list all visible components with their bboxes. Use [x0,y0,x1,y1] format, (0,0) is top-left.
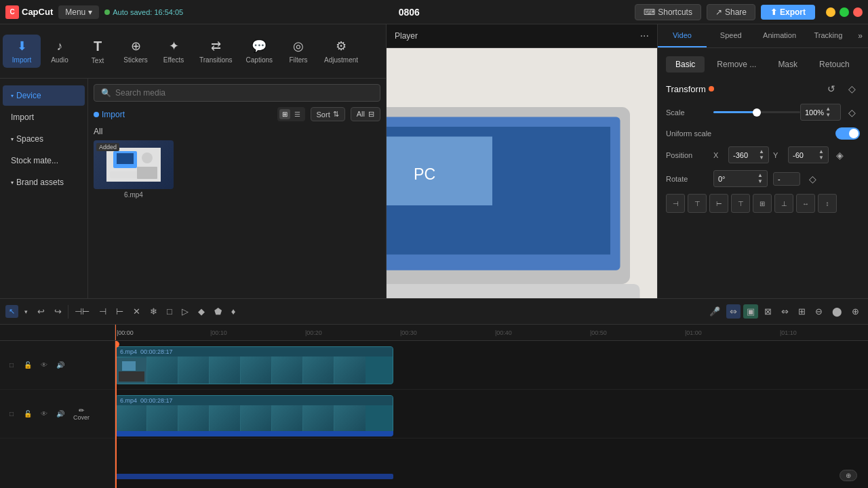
tool-text[interactable]: T Text [79,35,117,68]
tab-tracking[interactable]: Tracking [804,24,852,47]
shortcuts-button[interactable]: ⌨ Shortcuts [635,4,701,20]
mask-tool[interactable]: ⬟ [211,304,225,319]
position-y-stepper[interactable]: ▲ ▼ [818,149,824,161]
sidebar-item-brand[interactable]: ▾ Brand assets [3,172,85,192]
uniform-scale-toggle[interactable] [835,127,860,140]
tool-filters[interactable]: ◎ Filters [279,35,317,68]
select-tool[interactable]: ↖ [5,305,18,318]
filter-button[interactable]: All ⊟ [351,107,380,121]
track2-clip[interactable]: 6.mp4 00:00:28:17 [115,395,393,433]
track2-lock-button[interactable]: 🔓 [22,408,34,420]
align-top-edge[interactable]: ⊤ [731,194,750,213]
rotate-down[interactable]: ▼ [757,179,763,184]
maximize-button[interactable] [840,7,849,17]
tab-speed[interactable]: Speed [707,24,755,47]
play-clip-tool[interactable]: ▷ [178,304,192,319]
freeze-tool[interactable]: ❄ [146,304,161,319]
sidebar-item-import[interactable]: Import [3,107,85,127]
tool-import[interactable]: ⬇ Import [3,35,41,68]
undo-button[interactable]: ↩ [34,304,48,319]
sidebar-item-stock[interactable]: Stock mate... [3,150,85,171]
minimize-button[interactable] [826,7,835,17]
keyframe-tool[interactable]: ◆ [195,304,208,319]
align-bottom-edge[interactable]: ⊥ [774,194,793,213]
scale-stepper[interactable]: ▲ ▼ [825,106,831,118]
track1-clip[interactable]: 6.mp4 00:00:28:17 [115,346,393,384]
scale-slider-container[interactable] [713,111,800,113]
transform-reset-button[interactable]: ↺ [823,81,840,97]
main-track-button[interactable]: ▣ [743,304,758,319]
search-bar[interactable]: 🔍 [94,84,380,102]
sidebar-item-spaces[interactable]: ▾ Spaces [3,129,85,149]
color-button[interactable]: ⬤ [829,304,846,319]
cover-button[interactable]: ✏ Cover [73,407,90,421]
align-right-edge[interactable]: ⊢ [709,194,728,213]
sort-button[interactable]: Sort ⇅ [311,107,345,121]
audio-tool[interactable]: ♦ [228,304,239,319]
track2-audio-button[interactable]: 🔊 [54,408,66,420]
scale-down-button[interactable]: ▼ [825,113,831,118]
split-tool[interactable]: ⊣⊢ [71,304,93,319]
search-input[interactable] [115,88,373,98]
expand-button[interactable]: ⊕ [848,304,863,319]
basic-tab-remove[interactable]: Remove ... [707,56,766,73]
scale-handle[interactable] [753,108,761,117]
scale-value-box[interactable]: 100% ▲ ▼ [800,104,841,121]
track1-audio-button[interactable]: 🔊 [54,359,66,371]
align-left-edge[interactable]: ⊣ [666,194,685,213]
track2-visibility-button[interactable]: 👁 [38,408,50,420]
tab-video[interactable]: Video [658,24,707,47]
list-view-button[interactable]: ☰ [292,109,303,119]
track2-lock-toggle[interactable]: □ [5,408,18,420]
position-y-input[interactable]: -60 ▲ ▼ [788,146,829,163]
close-button[interactable] [853,7,863,17]
rotate-up[interactable]: ▲ [757,173,763,178]
track1-lock-button[interactable]: 🔓 [22,359,34,371]
tool-stickers[interactable]: ⊕ Stickers [117,35,155,68]
tab-more[interactable]: » [852,24,868,47]
flip-v[interactable]: ↕ [818,194,837,213]
track1-lock-toggle[interactable]: □ [5,359,18,371]
track1-visibility-button[interactable]: 👁 [38,359,50,371]
rotate-diamond-button[interactable]: ◇ [804,171,821,187]
tool-audio[interactable]: ♪ Audio [41,35,79,68]
select-dropdown[interactable]: ▾ [21,306,31,317]
zoom-out-button[interactable]: ⊖ [812,304,826,319]
pos-x-down[interactable]: ▼ [759,155,764,161]
sidebar-item-device[interactable]: ▾ Device [3,85,85,106]
basic-tab-basic[interactable]: Basic [666,56,705,73]
grid-view-button[interactable]: ⊞ [279,109,290,119]
tool-effects[interactable]: ✦ Effects [155,35,193,68]
mic-button[interactable]: 🎤 [706,304,724,319]
scale-up-button[interactable]: ▲ [825,106,831,112]
menu-button[interactable]: Menu ▾ [58,5,99,19]
pip-button[interactable]: ⊠ [761,304,775,319]
basic-tab-mask[interactable]: Mask [768,56,807,73]
share-button[interactable]: ↗ Share [707,4,755,20]
timeline-track-area[interactable]: |00:00 |00:10 |00:20 |00:30 |00:40 |00:5… [115,325,868,488]
flip-h[interactable]: ↔ [796,194,815,213]
pos-y-down[interactable]: ▼ [818,155,824,161]
scale-slider[interactable] [713,111,800,113]
basic-tab-retouch[interactable]: Retouch [810,56,859,73]
trim-start-tool[interactable]: ⊣ [96,304,110,319]
position-reset-button[interactable]: ◈ [831,147,848,163]
pos-x-up[interactable]: ▲ [759,149,764,155]
add-text-button[interactable]: ⊞ [795,304,809,319]
split-audio-button[interactable]: ⇔ [778,304,792,319]
media-item[interactable]: Added 6.mp4 [94,140,174,199]
link-clip-button[interactable]: ⇔ [726,304,741,319]
tool-adjustment[interactable]: ⚙ Adjustment [317,35,365,68]
placeholder-tool[interactable]: □ [163,304,176,319]
delete-tool[interactable]: ✕ [130,304,144,319]
pos-y-up[interactable]: ▲ [818,149,824,155]
tool-captions[interactable]: 💬 Captions [239,35,279,68]
trim-end-tool[interactable]: ⊢ [113,304,127,319]
position-x-stepper[interactable]: ▲ ▼ [759,149,764,161]
align-center-v[interactable]: ⊞ [753,194,772,213]
rotate-stepper[interactable]: ▲ ▼ [757,173,763,184]
rotate-dash-input[interactable]: - [773,172,800,186]
scale-diamond-button[interactable]: ◇ [844,104,860,121]
redo-button[interactable]: ↪ [51,304,65,319]
rotate-input[interactable]: 0° ▲ ▼ [713,170,768,187]
